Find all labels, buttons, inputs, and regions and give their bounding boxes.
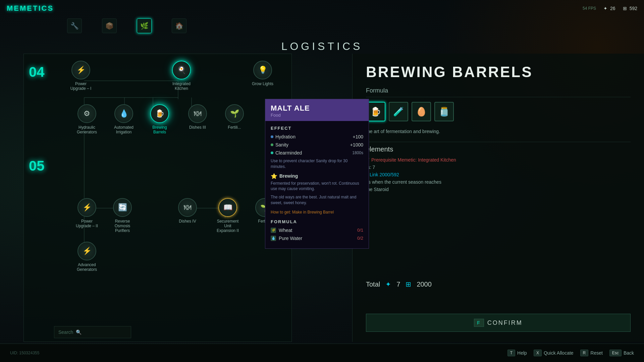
resource2-icon: ⊞	[622, 6, 628, 11]
search-bar[interactable]: Search 🔍	[54, 326, 131, 338]
hydraulic-label: Hydraulic Generators	[73, 125, 100, 134]
wheat-qty: 0/1	[357, 228, 363, 233]
bottom-bar: UID: 150324355 T Help X Quick Allocate R…	[0, 344, 644, 362]
hydraulic-icon: ⚙	[77, 104, 96, 123]
power-upgrade-1-label: Power Upgrade – I	[67, 81, 94, 91]
advanced-generators-icon: ⚡	[77, 242, 96, 260]
quick-allocate-action[interactable]: X Quick Allocate	[534, 350, 574, 356]
node-brewing-barrels[interactable]: 🍺 Brewing Barrels	[146, 104, 173, 134]
node-reverse-osmosis[interactable]: 🔄 Reverse Osmosis Purifiers	[109, 198, 136, 233]
nav-tab-tools[interactable]: 🔧	[67, 18, 82, 33]
dishes-4-label: Dishes IV	[179, 219, 196, 224]
nature-icon: 🌿	[137, 18, 152, 33]
malt-ale-tooltip: MALT ALE Food EFFECT Hydration +100 Sani…	[265, 99, 369, 249]
app-logo: MEMETICS	[7, 4, 54, 13]
back-key: Esc	[609, 350, 622, 356]
total-label: Total	[366, 281, 380, 288]
node-dishes-4[interactable]: 🍽 Dishes IV	[178, 198, 197, 224]
back-action[interactable]: Esc Back	[609, 350, 634, 356]
securement-unit-label: Securement Unit Expansion II	[214, 219, 241, 233]
node-advanced-generators[interactable]: ⚡ Advanced Generators	[73, 242, 100, 272]
shelter-icon: 🏠	[172, 18, 186, 33]
wheat-row: 🌾 Wheat 0/1	[271, 228, 363, 233]
irrigation-label: Automated Irrigation	[110, 125, 137, 134]
row-05-label: 05	[29, 158, 45, 174]
formula-icon-egg[interactable]: 🥚	[412, 102, 431, 121]
detail-panel: BREWING BARRELS Formula 🍺 🧪 🥚 🫙 the art …	[352, 54, 644, 342]
node-grow-lights[interactable]: 💡 Grow Lights	[252, 61, 273, 86]
water-qty: 0/2	[357, 236, 363, 241]
brewing-barrels-label: Brewing Barrels	[146, 125, 173, 134]
wheat-ingredient: 🌾 Wheat	[271, 228, 292, 233]
reset-action[interactable]: R Reset	[580, 350, 603, 356]
detail-title: BREWING BARRELS	[366, 64, 631, 80]
confirm-button[interactable]: F CONFIRM	[366, 314, 631, 332]
hydration-val: +100	[353, 134, 363, 139]
integrated-kitchen-icon: 🍳	[172, 61, 191, 79]
sanity-val: +1000	[350, 142, 363, 147]
requirements-section: elements ✗ Prerequisite Memetic: Integra…	[366, 142, 631, 192]
reverse-osmosis-icon: 🔄	[113, 198, 132, 217]
node-securement-unit[interactable]: 📖 Securement Unit Expansion II	[214, 198, 241, 233]
node-fertilizer-3[interactable]: 🌱 Fertili...	[225, 104, 244, 130]
tooltip-header: MALT ALE Food	[265, 99, 369, 121]
quick-allocate-key: X	[534, 350, 542, 356]
help-key: T	[507, 350, 515, 356]
flavor-desc: The old ways are the best. Just natural …	[271, 194, 363, 206]
formula-header: FORMULA	[271, 219, 363, 224]
reset-key: R	[580, 350, 589, 356]
clearminded-row: Clearminded 1800s	[271, 150, 363, 156]
brewing-desc: Fermented for preservation, won't rot. C…	[271, 181, 363, 192]
node-power-upgrade-1[interactable]: ⚡ Power Upgrade – I	[67, 61, 94, 91]
stat-resource2: ⊞ 592	[622, 6, 637, 11]
nav-tab-shelter[interactable]: 🏠	[172, 18, 186, 33]
resource2-value: 592	[630, 6, 637, 11]
search-icon: 🔍	[76, 329, 82, 335]
total-resource1: 7	[396, 281, 400, 288]
clearminded-desc: Use to prevent character Sanity drop for…	[271, 158, 363, 170]
back-label: Back	[624, 350, 634, 356]
resource1-icon: ✦	[603, 6, 608, 11]
reset-label: Reset	[590, 350, 603, 356]
node-automated-irrigation[interactable]: 💧 Automated Irrigation	[110, 104, 137, 134]
brewing-title-row: ⭐ Brewing	[271, 173, 363, 179]
total-section: Total ✦ 7 ⊞ 2000	[366, 280, 631, 288]
sanity-dot	[271, 143, 273, 146]
nav-tabs: 🔧 📦 🌿 🏠	[67, 18, 186, 33]
formula-icon-jar[interactable]: 🫙	[434, 102, 454, 121]
bottom-actions: T Help X Quick Allocate R Reset Esc Back	[507, 350, 634, 356]
top-bar: MEMETICS 54 FPS ✦ 26 ⊞ 592	[0, 0, 644, 17]
fertilizer-3-label: Fertili...	[228, 125, 241, 130]
builders-info: rs: 7	[366, 165, 631, 170]
top-right-stats: 54 FPS ✦ 26 ⊞ 592	[583, 6, 637, 11]
nav-tab-storage[interactable]: 📦	[102, 18, 117, 33]
water-icon: 💧	[271, 236, 276, 241]
link-cost: y Link 2000/592	[366, 172, 631, 177]
effect-header: EFFECT	[271, 126, 363, 131]
uid-text: UID: 150324355	[10, 351, 39, 355]
nav-tab-nature[interactable]: 🌿	[137, 18, 152, 33]
detail-description: the art of fermentation and brewing.	[366, 128, 631, 135]
water-ingredient: 💧 Pure Water	[271, 236, 302, 241]
help-label: Help	[517, 350, 527, 356]
node-dishes-3[interactable]: 🍽 Dishes III	[188, 104, 207, 130]
stat-resource1: ✦ 26	[603, 6, 615, 11]
season-info: ks when the current season reaches	[366, 179, 631, 185]
help-action[interactable]: T Help	[507, 350, 527, 356]
formula-icon-potion[interactable]: 🧪	[389, 102, 408, 121]
resource1-value: 26	[610, 6, 615, 11]
reverse-osmosis-label: Reverse Osmosis Purifiers	[109, 219, 136, 233]
node-power-upgrade-2[interactable]: ⚡ Power Upgrade – II	[73, 198, 100, 228]
row-04-label: 04	[29, 64, 45, 80]
tooltip-item-name: MALT ALE	[271, 104, 363, 113]
water-row: 💧 Pure Water 0/2	[271, 236, 363, 241]
tooltip-body: EFFECT Hydration +100 Sanity +1000 Cle	[265, 121, 369, 248]
node-hydraulic[interactable]: ⚙ Hydraulic Generators	[73, 104, 100, 134]
brewing-star-icon: ⭐	[271, 173, 277, 179]
confirm-label: CONFIRM	[487, 319, 523, 326]
clearminded-name: Clearminded	[271, 150, 302, 156]
irrigation-icon: 💧	[114, 104, 133, 123]
brewing-name: Brewing	[279, 173, 298, 179]
node-integrated-kitchen[interactable]: 🍳 Integrated Kitchen	[168, 61, 195, 91]
prereq-item: ✗ Prerequisite Memetic: Integrated Kitch…	[366, 157, 631, 163]
